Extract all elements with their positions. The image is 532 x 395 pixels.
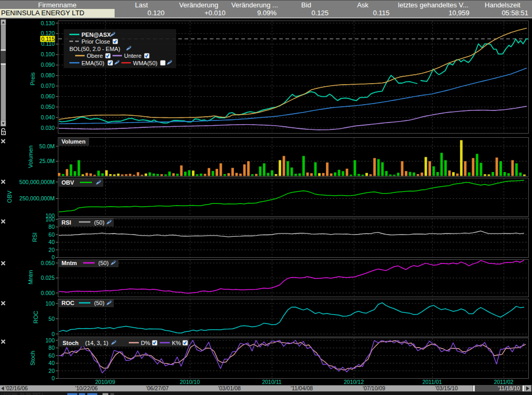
svg-text:0.025: 0.025 <box>41 275 55 281</box>
svg-text:0.080: 0.080 <box>41 72 55 78</box>
svg-text:60: 60 <box>48 231 55 238</box>
svg-text:20: 20 <box>48 247 55 253</box>
svg-text:2010/10: 2010/10 <box>180 379 200 385</box>
svg-text:60: 60 <box>48 352 55 359</box>
svg-text:RSI: RSI <box>32 232 38 242</box>
svg-text:0.040: 0.040 <box>41 114 55 120</box>
svg-text:'10/22/06: '10/22/06 <box>75 385 98 391</box>
svg-text:2011/02: 2011/02 <box>494 379 513 385</box>
svg-text:LEGQIIIL 99 99| 99|T L: LEGQIIIL 99 99| 99|T L <box>1 392 45 395</box>
svg-text:Stoch: Stoch <box>29 351 36 366</box>
svg-text:100: 100 <box>45 300 55 307</box>
svg-text:500,000,000M: 500,000,000M <box>19 179 55 185</box>
svg-text:K%: K% <box>172 340 181 346</box>
svg-text:250,000,000M: 250,000,000M <box>19 195 55 201</box>
svg-text:Stoch: Stoch <box>63 340 79 346</box>
svg-text:100: 100 <box>45 216 55 222</box>
svg-text:2010/11: 2010/11 <box>262 379 281 385</box>
svg-text:2010/09: 2010/09 <box>95 379 115 385</box>
svg-text:PEN@ASX: PEN@ASX <box>81 32 111 38</box>
svg-text:Obere: Obere <box>87 53 103 59</box>
svg-text:80: 80 <box>48 224 55 230</box>
svg-text:100: 100 <box>45 337 55 343</box>
svg-text:OBV: OBV <box>62 179 75 186</box>
svg-text:50.0M: 50.0M <box>39 143 55 149</box>
svg-text:(50): (50) <box>94 219 105 226</box>
svg-text:WMA(50): WMA(50) <box>133 60 157 66</box>
svg-text:'02/16/06: '02/16/06 <box>5 385 28 391</box>
svg-text:Volumen: Volumen <box>27 146 34 168</box>
svg-text:2010/12: 2010/12 <box>344 379 364 385</box>
svg-text:0.100: 0.100 <box>41 51 55 57</box>
svg-text:50: 50 <box>48 316 55 322</box>
svg-text:0: 0 <box>52 331 55 337</box>
svg-text:0.070: 0.070 <box>41 83 55 89</box>
svg-text:RSI: RSI <box>62 219 71 226</box>
svg-text:0.060: 0.060 <box>41 93 55 99</box>
svg-text:Prior Close: Prior Close <box>81 38 110 45</box>
svg-text:'06/27/07: '06/27/07 <box>146 385 169 391</box>
svg-text:'11/04/08: '11/04/08 <box>291 385 313 391</box>
svg-text:Volumen: Volumen <box>62 138 86 145</box>
svg-text:0.000: 0.000 <box>41 290 55 296</box>
svg-text:20: 20 <box>48 368 55 374</box>
svg-text:0: 0 <box>52 375 55 381</box>
svg-text:ROC: ROC <box>62 300 75 306</box>
svg-text:D%: D% <box>141 340 150 346</box>
svg-text:0.050: 0.050 <box>41 260 55 266</box>
svg-text:(50): (50) <box>98 260 109 266</box>
svg-text:0.030: 0.030 <box>41 125 55 131</box>
svg-text:40: 40 <box>48 360 55 366</box>
svg-text:BOL(50, 2.0 - EMA): BOL(50, 2.0 - EMA) <box>69 46 120 52</box>
svg-text:ROC: ROC <box>33 311 39 324</box>
svg-text:2011/01: 2011/01 <box>422 379 442 385</box>
svg-text:25.0M: 25.0M <box>39 158 55 164</box>
svg-text:'11/18/10: '11/18/10 <box>498 385 520 391</box>
svg-text:Untere: Untere <box>124 53 141 59</box>
svg-text:'03/01/08: '03/01/08 <box>218 385 241 391</box>
svg-text:Mntm: Mntm <box>62 260 77 266</box>
svg-text:80: 80 <box>48 345 55 351</box>
svg-text:Mntm: Mntm <box>27 270 34 285</box>
svg-text:0.130: 0.130 <box>41 20 55 26</box>
svg-text:OBV: OBV <box>6 190 13 203</box>
svg-text:0.090: 0.090 <box>41 62 55 68</box>
svg-text:'03/15/10: '03/15/10 <box>435 385 458 391</box>
svg-text:Preis: Preis <box>29 72 36 86</box>
svg-text:0.115: 0.115 <box>42 36 55 42</box>
svg-text:40: 40 <box>48 239 55 245</box>
svg-text:EMA(50): EMA(50) <box>81 60 104 66</box>
svg-text:0.050: 0.050 <box>41 104 55 110</box>
svg-text:(14, 3, 1): (14, 3, 1) <box>85 340 108 346</box>
svg-text:(50): (50) <box>94 300 105 306</box>
svg-text:'07/10/09: '07/10/09 <box>363 385 385 391</box>
